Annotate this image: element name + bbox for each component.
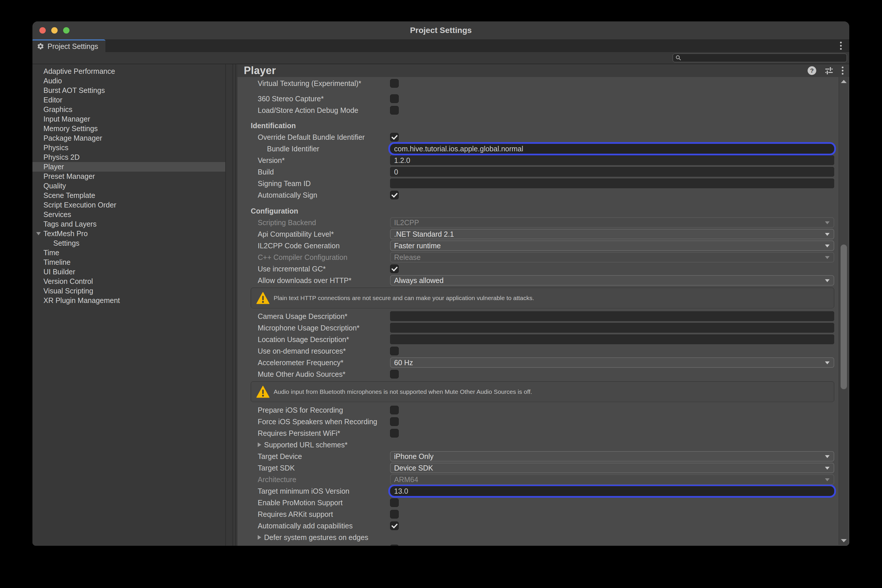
text-field[interactable]: [390, 323, 834, 333]
sidebar-item[interactable]: Tags and Layers: [32, 219, 225, 229]
warning-triangle-icon: [256, 292, 270, 304]
foldout-collapsed-arrow-icon[interactable]: [258, 442, 261, 447]
presets-icon[interactable]: [824, 66, 834, 75]
sidebar-item[interactable]: Visual Scripting: [32, 286, 225, 296]
help-icon[interactable]: [808, 66, 816, 75]
checkbox[interactable]: [390, 406, 399, 414]
setting-label: Api Compatibility Level*: [258, 230, 390, 238]
setting-label: Target SDK: [258, 464, 390, 472]
setting-label: Requires ARKit support: [258, 510, 390, 519]
dropdown[interactable]: iPhone Only: [390, 451, 834, 462]
dropdown[interactable]: Faster runtime: [390, 240, 834, 251]
sidebar-item[interactable]: Editor: [32, 95, 225, 105]
sidebar-item-label: Physics 2D: [44, 153, 80, 162]
minimize-button[interactable]: [51, 27, 58, 34]
close-button[interactable]: [39, 27, 46, 34]
setting-label: Prepare iOS for Recording: [258, 406, 390, 414]
titlebar[interactable]: Project Settings: [32, 21, 849, 39]
text-field[interactable]: [390, 144, 834, 154]
text-field[interactable]: [390, 486, 834, 496]
sidebar-item[interactable]: Input Manager: [32, 114, 225, 124]
tab-project-settings[interactable]: Project Settings: [32, 39, 105, 52]
sidebar-item[interactable]: Graphics: [32, 105, 225, 114]
sidebar-item-label: Time: [44, 249, 59, 257]
sidebar-item[interactable]: Adaptive Performance: [32, 66, 225, 76]
checkbox[interactable]: [390, 522, 399, 530]
sidebar-item[interactable]: Settings: [32, 238, 225, 248]
sidebar-item[interactable]: TextMesh Pro: [32, 229, 225, 238]
setting-label: Load/Store Action Debug Mode: [258, 106, 390, 115]
dropdown[interactable]: Always allowed: [390, 275, 834, 286]
dropdown[interactable]: ARM64: [390, 474, 834, 485]
dropdown-arrow-icon: [825, 221, 829, 224]
warning-text: Plain text HTTP connections are not secu…: [273, 295, 534, 302]
dropdown[interactable]: .NET Standard 2.1: [390, 229, 834, 239]
checkbox[interactable]: [390, 264, 399, 273]
foldout-open-arrow-icon[interactable]: [36, 232, 41, 235]
sidebar-item[interactable]: Physics: [32, 143, 225, 153]
dropdown[interactable]: Release: [390, 252, 834, 262]
checkbox[interactable]: [390, 510, 399, 519]
sidebar-item[interactable]: Scene Template: [32, 191, 225, 200]
setting-label: Build: [258, 168, 390, 176]
search-box[interactable]: [673, 54, 847, 62]
sidebar-item[interactable]: Time: [32, 248, 225, 258]
sidebar-item[interactable]: Version Control: [32, 277, 225, 286]
sidebar-item[interactable]: Burst AOT Settings: [32, 86, 225, 95]
section-title: Identification: [251, 122, 296, 130]
sidebar-item-label: UI Builder: [44, 268, 75, 276]
sidebar-item[interactable]: Physics 2D: [32, 153, 225, 162]
sidebar-item[interactable]: UI Builder: [32, 267, 225, 277]
text-field[interactable]: [390, 178, 834, 188]
checkbox[interactable]: [390, 133, 399, 141]
text-field[interactable]: [390, 311, 834, 321]
scroll-down-arrow-icon[interactable]: [839, 537, 848, 544]
sidebar-item[interactable]: Preset Manager: [32, 172, 225, 181]
checkbox[interactable]: [390, 417, 399, 426]
checkbox[interactable]: [390, 346, 399, 356]
setting-label: Target minimum iOS Version: [258, 487, 390, 495]
kebab-menu-icon[interactable]: [842, 66, 843, 75]
dropdown[interactable]: 60 Hz: [390, 357, 834, 368]
text-field[interactable]: [390, 155, 834, 165]
checkbox[interactable]: [390, 106, 399, 115]
sidebar-splitter[interactable]: [225, 64, 237, 546]
settings-row: C++ Compiler Configuration Release: [258, 252, 834, 263]
sidebar-item-label: Adaptive Performance: [44, 67, 115, 75]
foldout-collapsed-arrow-icon[interactable]: [258, 535, 261, 540]
sidebar-item[interactable]: Package Manager: [32, 134, 225, 143]
sidebar-item[interactable]: Quality: [32, 181, 225, 191]
sidebar-item[interactable]: Audio: [32, 76, 225, 86]
sidebar-item[interactable]: Services: [32, 210, 225, 219]
sidebar-item-label: Visual Scripting: [44, 287, 93, 295]
scroll-up-arrow-icon[interactable]: [839, 78, 848, 85]
zoom-button[interactable]: [63, 27, 69, 34]
checkbox[interactable]: [390, 191, 399, 200]
foldout-row[interactable]: Supported URL schemes*: [258, 439, 834, 450]
scrollbar[interactable]: [838, 77, 848, 545]
setting-label: C++ Compiler Configuration: [258, 253, 390, 262]
kebab-menu-icon[interactable]: [840, 42, 842, 50]
settings-row: Target Device iPhone Only: [258, 450, 834, 462]
text-field[interactable]: [390, 167, 834, 177]
checkbox[interactable]: [390, 79, 399, 88]
checkbox[interactable]: [390, 429, 399, 438]
search-input[interactable]: [682, 54, 847, 62]
dropdown-value: IL2CPP: [394, 219, 419, 227]
checkbox[interactable]: [390, 544, 399, 546]
sidebar-item[interactable]: XR Plugin Management: [32, 296, 225, 305]
sidebar-item[interactable]: Timeline: [32, 258, 225, 267]
scrollbar-thumb[interactable]: [841, 244, 847, 389]
sidebar-item[interactable]: Script Execution Order: [32, 200, 225, 210]
dropdown-arrow-icon: [825, 455, 829, 458]
foldout-row[interactable]: Defer system gestures on edges: [258, 532, 834, 543]
settings-row: Use on-demand resources*: [258, 345, 834, 357]
sidebar-item[interactable]: Memory Settings: [32, 124, 225, 134]
dropdown[interactable]: IL2CPP: [390, 218, 834, 228]
checkbox[interactable]: [390, 498, 399, 507]
text-field[interactable]: [390, 334, 834, 344]
checkbox[interactable]: [390, 94, 399, 103]
sidebar-item[interactable]: Player: [32, 162, 225, 172]
dropdown[interactable]: Device SDK: [390, 463, 834, 473]
checkbox[interactable]: [390, 370, 399, 378]
